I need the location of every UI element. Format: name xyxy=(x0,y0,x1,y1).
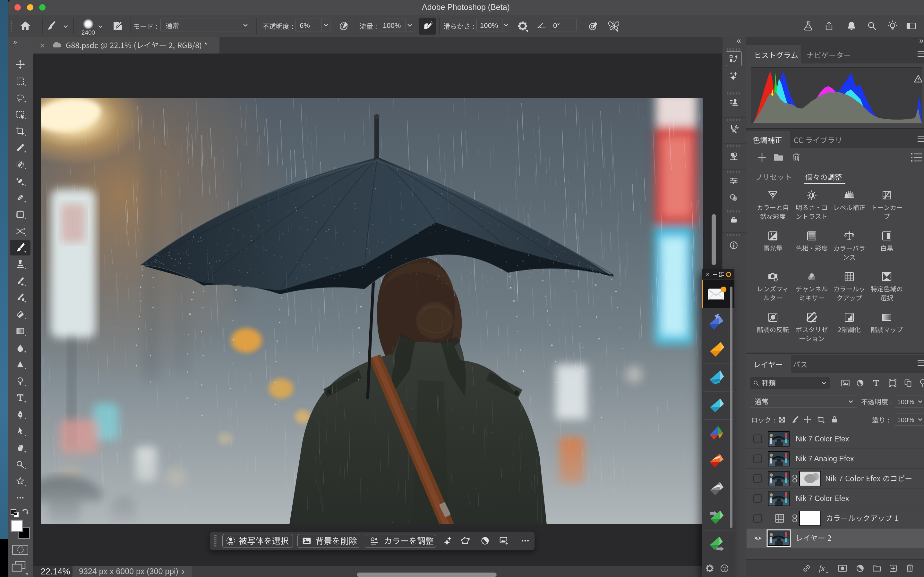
svg-text:100%: 100% xyxy=(897,416,914,424)
svg-text:»: » xyxy=(13,38,17,46)
svg-text:6%: 6% xyxy=(300,21,310,29)
svg-text:Adobe Photoshop (Beta): Adobe Photoshop (Beta) xyxy=(422,3,510,11)
svg-text:0°: 0° xyxy=(553,21,560,29)
svg-text:2400: 2400 xyxy=(81,29,95,36)
svg-text:100%: 100% xyxy=(383,21,401,29)
svg-text:fx: fx xyxy=(819,564,825,572)
svg-text:100%: 100% xyxy=(480,21,498,29)
svg-text:9324 px x 6000 px (300 ppi): 9324 px x 6000 px (300 ppi) xyxy=(79,567,178,576)
svg-text:100%: 100% xyxy=(897,398,914,406)
svg-text:Nik 7 Color Efex: Nik 7 Color Efex xyxy=(796,435,849,443)
svg-text:»: » xyxy=(919,36,923,45)
svg-text:›: › xyxy=(182,566,184,576)
svg-text:Nik 7 Color Efex: Nik 7 Color Efex xyxy=(796,494,849,503)
svg-text:22.14%: 22.14% xyxy=(41,567,70,576)
svg-text:?: ? xyxy=(723,566,726,572)
svg-text:«: « xyxy=(737,36,741,45)
svg-text:Nik 7 Analog Efex: Nik 7 Analog Efex xyxy=(796,455,854,463)
